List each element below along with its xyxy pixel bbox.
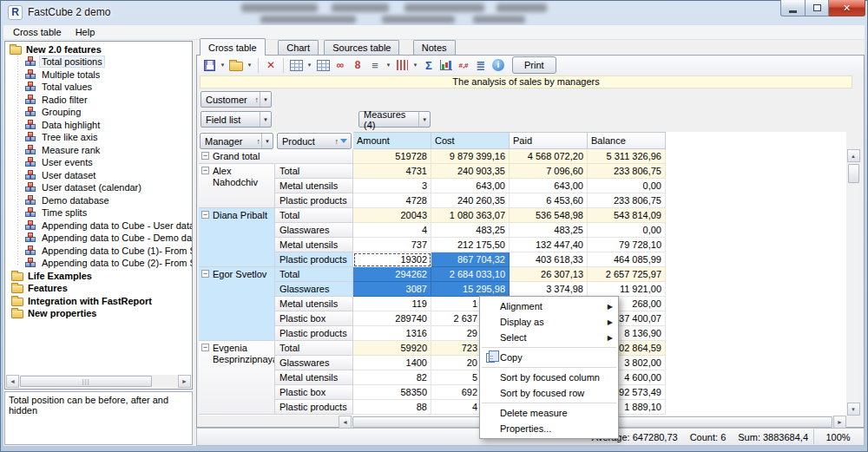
tree-folder-integration-with-fastreport[interactable]: Integration with FastReport xyxy=(5,295,192,308)
col-totals-icon[interactable] xyxy=(393,56,411,74)
data-cell[interactable]: 3 374,98 xyxy=(510,282,588,297)
tree-item-appending-data-to-cube-demo-databa[interactable]: Appending data to Cube - Demo databa xyxy=(5,232,192,245)
collapse-icon[interactable]: − xyxy=(201,270,209,278)
data-cell[interactable]: 483,25 xyxy=(510,223,588,238)
row-header-product[interactable]: Metal utensils xyxy=(275,370,353,385)
data-cell[interactable]: 294262 xyxy=(353,267,431,282)
row-header-product[interactable]: Plastic products xyxy=(275,193,353,208)
swap-rows-icon[interactable]: 8 xyxy=(349,56,366,74)
menu-item-sort-by-focused-row[interactable]: Sort by focused row xyxy=(480,385,618,401)
tree-item-data-highlight[interactable]: Data highlight xyxy=(5,119,192,132)
data-cell[interactable]: 19302 xyxy=(353,252,431,267)
row-header-product[interactable]: Glasswares xyxy=(275,282,353,297)
scrollbar-thumb[interactable] xyxy=(848,164,859,183)
data-cell[interactable]: 1 080 363,07 xyxy=(431,208,510,223)
tree-item-radio-filter[interactable]: Radio filter xyxy=(5,94,192,107)
menu-item-display-as[interactable]: Display as▶ xyxy=(480,314,618,330)
data-cell[interactable]: 2 657 725,97 xyxy=(588,267,666,282)
save-icon[interactable] xyxy=(201,56,218,74)
data-cell[interactable]: 132 447,40 xyxy=(510,238,588,252)
chart-icon[interactable] xyxy=(437,56,455,74)
data-cell[interactable]: 26 307,13 xyxy=(510,267,588,282)
chevron-down-icon[interactable]: ▼ xyxy=(260,112,271,127)
app-icon[interactable]: R xyxy=(8,5,23,20)
tree-horizontal-scrollbar[interactable]: ◄ ||| ► xyxy=(6,375,191,388)
row-header-product[interactable]: Total xyxy=(275,341,353,356)
data-cell[interactable]: 240 903,35 xyxy=(431,164,510,179)
data-cell[interactable]: 7 096,60 xyxy=(510,164,588,179)
filter-funnel-icon[interactable] xyxy=(340,139,347,143)
data-cell[interactable]: 737 xyxy=(353,238,431,252)
aggregate-sigma-icon[interactable]: Σ xyxy=(420,56,437,74)
data-cell[interactable]: 15 295,98 xyxy=(431,282,510,297)
data-cell[interactable]: 9 879 399,16 xyxy=(431,149,510,164)
data-cell[interactable]: 483,25 xyxy=(431,223,510,238)
data-cell[interactable]: 119 xyxy=(353,297,431,311)
customer-filter-pill[interactable]: Customer ↑ ▼ xyxy=(201,91,272,108)
tree-folder-features[interactable]: Features xyxy=(5,282,192,295)
data-cell[interactable]: 3 xyxy=(353,179,431,193)
tab-cross-table[interactable]: Cross table xyxy=(200,38,266,56)
collapse-icon[interactable]: − xyxy=(201,344,209,351)
scroll-left-icon[interactable]: ◄ xyxy=(339,416,352,429)
menu-item-delete-measure[interactable]: Delete measure xyxy=(480,405,618,421)
data-cell[interactable]: 20043 xyxy=(353,208,431,223)
data-cell[interactable]: 4728 xyxy=(353,193,431,208)
data-cell[interactable]: 82 xyxy=(353,370,431,385)
row-header-product[interactable]: Metal utensils xyxy=(275,179,353,193)
chevron-down-icon[interactable]: ▼ xyxy=(261,134,273,148)
data-cell[interactable]: 1316 xyxy=(353,326,431,341)
data-cell[interactable]: 240 260,35 xyxy=(431,193,510,208)
data-cell[interactable]: 643,00 xyxy=(510,179,588,193)
data-cell[interactable]: 233 806,75 xyxy=(588,193,666,208)
transpose-icon[interactable] xyxy=(314,56,332,74)
print-button[interactable]: Print xyxy=(512,56,556,74)
data-cell[interactable]: 0,00 xyxy=(588,223,666,238)
tree-item-user-events[interactable]: User events xyxy=(5,156,192,169)
menu-item-select[interactable]: Select▶ xyxy=(480,330,618,345)
menu-cross-table[interactable]: Cross table xyxy=(6,27,69,37)
column-header-balance[interactable]: Balance xyxy=(588,132,666,149)
data-cell[interactable]: 2 684 033,10 xyxy=(431,267,510,282)
row-header-manager[interactable]: −Diana Pribalt xyxy=(199,208,275,267)
tree-item-appending-data-to-cube-1-from-save[interactable]: Appending data to Cube (1)- From Save xyxy=(5,245,192,258)
data-cell[interactable]: 88 xyxy=(353,400,431,415)
scroll-right-icon[interactable]: ► xyxy=(833,416,846,429)
number-format-icon[interactable]: #,# xyxy=(455,56,472,74)
row-header-product[interactable]: Total xyxy=(275,267,353,282)
column-header-paid[interactable]: Paid xyxy=(510,132,588,149)
data-cell[interactable]: 519728 xyxy=(353,149,431,164)
tree-item-measure-rank[interactable]: Measure rank xyxy=(5,144,192,157)
row-header-manager[interactable]: −Egor Svetlov xyxy=(199,267,275,341)
data-cell[interactable]: 0,00 xyxy=(588,179,666,193)
tree-item-tree-like-axis[interactable]: Tree like axis xyxy=(5,131,192,144)
collapse-icon[interactable]: − xyxy=(201,152,209,160)
data-cell[interactable]: 464 085,99 xyxy=(588,252,666,267)
data-cell[interactable]: 543 814,09 xyxy=(588,208,666,223)
open-icon[interactable] xyxy=(227,56,245,74)
swap-columns-icon[interactable]: ∞ xyxy=(332,56,349,74)
notes-icon[interactable]: ≣ xyxy=(472,56,490,74)
data-cell[interactable]: 11 921,00 xyxy=(588,282,666,297)
data-cell[interactable]: 6 453,60 xyxy=(510,193,588,208)
tree-item-demo-database[interactable]: Demo database xyxy=(5,194,192,207)
data-cell[interactable]: 4 xyxy=(353,223,431,238)
field-list-editor-icon[interactable] xyxy=(287,56,305,74)
tree-folder-new-properties[interactable]: New properties xyxy=(5,307,192,320)
data-cell[interactable]: 289740 xyxy=(353,311,431,326)
maximize-button[interactable] xyxy=(806,0,829,16)
row-header-product[interactable]: Plastic box xyxy=(275,311,353,326)
manager-dimension-pill[interactable]: Manager ↑ ▼ xyxy=(200,133,273,149)
tree-root-folder[interactable]: New 2.0 features xyxy=(5,42,192,56)
col-totals-menu-arrow[interactable]: ▼ xyxy=(411,56,420,74)
menu-item-properties[interactable]: Properties... xyxy=(480,421,618,436)
data-cell[interactable]: 79 728,10 xyxy=(588,238,666,252)
chevron-down-icon[interactable]: ▼ xyxy=(418,112,430,127)
data-cell[interactable]: 59920 xyxy=(353,341,431,356)
row-header-product[interactable]: Plastic box xyxy=(275,385,353,400)
menu-help[interactable]: Help xyxy=(69,27,102,37)
data-cell[interactable]: 233 806,75 xyxy=(588,164,666,179)
scroll-left-icon[interactable]: ◄ xyxy=(6,375,19,388)
field-list-pill[interactable]: Field list ▼ xyxy=(201,111,272,128)
minimize-button[interactable] xyxy=(780,0,806,16)
